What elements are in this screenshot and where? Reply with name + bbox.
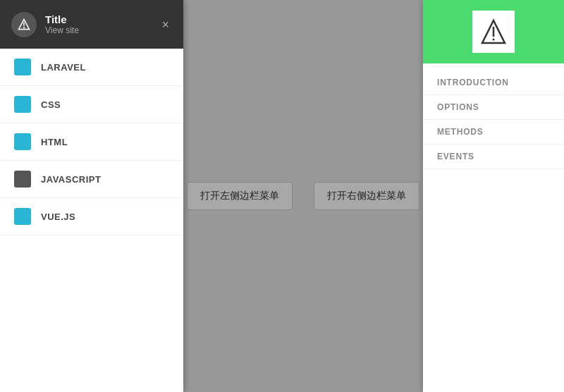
sidebar-header: Title View site × bbox=[0, 0, 183, 49]
nav-color-javascript bbox=[14, 171, 31, 188]
header-left: Title View site bbox=[11, 12, 79, 37]
sidebar-nav: LARAVELCSSHTMLJAVASCRIPTVUE.JS bbox=[0, 49, 183, 392]
right-logo-box bbox=[472, 11, 515, 53]
site-icon bbox=[11, 12, 37, 37]
nav-label-css: CSS bbox=[41, 99, 61, 110]
nav-color-vuejs bbox=[14, 208, 31, 225]
left-sidebar: Title View site × LARAVELCSSHTMLJAVASCRI… bbox=[0, 0, 183, 392]
sidebar-item-css[interactable]: CSS bbox=[0, 86, 183, 123]
nav-label-javascript: JAVASCRIPT bbox=[41, 174, 101, 185]
sidebar-item-laravel[interactable]: LARAVEL bbox=[0, 49, 183, 86]
right-nav-item-options[interactable]: OPTIONS bbox=[423, 95, 564, 120]
svg-point-2 bbox=[24, 27, 25, 27]
header-text: Title View site bbox=[45, 13, 79, 35]
right-nav-item-methods[interactable]: METHODS bbox=[423, 120, 564, 145]
open-left-sidebar-button[interactable]: 打开左侧边栏菜单 bbox=[187, 182, 293, 210]
main-content: 打开左侧边栏菜单 打开右侧边栏菜单 bbox=[183, 0, 423, 392]
sidebar-item-javascript[interactable]: JAVASCRIPT bbox=[0, 161, 183, 198]
nav-color-css bbox=[14, 96, 31, 113]
right-nav-item-introduction[interactable]: INTRODUCTION bbox=[423, 71, 564, 95]
sidebar-item-vuejs[interactable]: VUE.JS bbox=[0, 198, 183, 235]
sidebar-title: Title bbox=[45, 13, 79, 25]
sidebar-item-html[interactable]: HTML bbox=[0, 123, 183, 161]
right-header bbox=[423, 0, 564, 63]
nav-label-vuejs: VUE.JS bbox=[41, 212, 75, 222]
right-sidebar: INTRODUCTIONOPTIONSMETHODSEVENTS bbox=[423, 0, 564, 392]
nav-label-html: HTML bbox=[41, 137, 68, 147]
open-right-sidebar-button[interactable]: 打开右侧边栏菜单 bbox=[314, 182, 419, 210]
logo-icon bbox=[479, 18, 508, 46]
right-nav: INTRODUCTIONOPTIONSMETHODSEVENTS bbox=[423, 63, 564, 392]
nav-label-laravel: LARAVEL bbox=[41, 62, 86, 73]
close-button[interactable]: × bbox=[159, 16, 172, 34]
svg-point-5 bbox=[493, 39, 495, 41]
sidebar-subtitle: View site bbox=[45, 25, 79, 35]
right-nav-item-events[interactable]: EVENTS bbox=[423, 145, 564, 169]
nav-color-html bbox=[14, 133, 31, 150]
nav-color-laravel bbox=[14, 59, 31, 75]
